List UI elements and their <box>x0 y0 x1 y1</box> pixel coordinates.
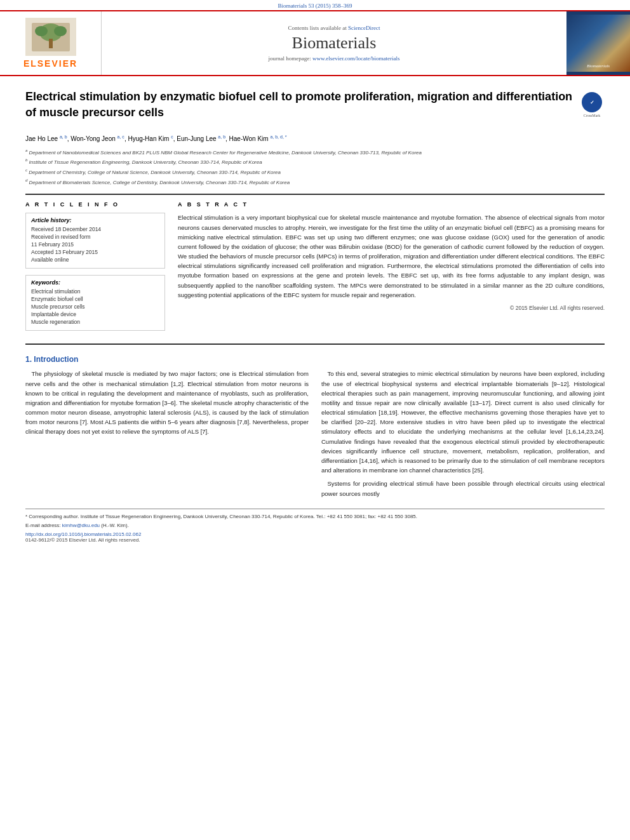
journal-ref-text: Biomaterials 53 (2015) 358–369 <box>278 3 352 9</box>
intro-right-column: To this end, several strategies to mimic… <box>321 369 605 502</box>
title-block: Electrical stimulation by enzymatic biof… <box>25 89 573 128</box>
received-revised-label: Received in revised form <box>31 234 159 240</box>
article-title: Electrical stimulation by enzymatic biof… <box>25 89 573 121</box>
keyword-2: Enzymatic biofuel cell <box>31 296 159 302</box>
journal-cover-image: Biomaterials <box>566 11 630 75</box>
svg-point-3 <box>35 26 48 36</box>
available-online: Available online <box>31 257 159 263</box>
abstract-text: Electrical stimulation is a very importa… <box>178 213 605 300</box>
abstract-column: A B S T R A C T Electrical stimulation i… <box>178 201 605 337</box>
revised-date: 11 February 2015 <box>31 241 159 248</box>
issn-line: 0142-9612/© 2015 Elsevier Ltd. All right… <box>25 537 605 543</box>
keywords-box: Keywords: Electrical stimulation Enzymat… <box>25 275 165 331</box>
introduction-section: 1. Introduction The physiology of skelet… <box>25 355 605 502</box>
elsevier-logo-section: ELSEVIER <box>0 11 102 75</box>
intro-right-paragraph-1: To this end, several strategies to mimic… <box>321 369 605 475</box>
intro-left-paragraph: The physiology of skeletal muscle is med… <box>25 369 309 436</box>
doi-link[interactable]: http://dx.doi.org/10.1016/j.biomaterials… <box>25 531 141 537</box>
article-body: Electrical stimulation by enzymatic biof… <box>0 76 630 556</box>
svg-rect-2 <box>49 39 53 48</box>
journal-header: ELSEVIER Contents lists available at Sci… <box>0 10 630 76</box>
authors-line: Jae Ho Lee a, b, Won-Yong Jeon a, c, Hyu… <box>25 135 605 142</box>
journal-name: Biomaterials <box>292 34 377 53</box>
journal-homepage-line: journal homepage: www.elsevier.com/locat… <box>269 55 400 62</box>
email-link[interactable]: kimhw@dku.edu <box>62 523 100 528</box>
keyword-1: Electrical stimulation <box>31 288 159 295</box>
journal-title-section: Contents lists available at ScienceDirec… <box>102 11 566 75</box>
article-info-abstract-section: A R T I C L E I N F O Article history: R… <box>25 201 605 337</box>
corresponding-author-footnote: * Corresponding author. Institute of Tis… <box>25 513 605 520</box>
elsevier-tree-image <box>25 18 76 56</box>
sciencedirect-link[interactable]: ScienceDirect <box>348 25 380 31</box>
crossmark-label: CrossMark <box>584 114 601 117</box>
copyright-line: © 2015 Elsevier Ltd. All rights reserved… <box>178 305 605 311</box>
email-footnote: E-mail address: kimhw@dku.edu (H.-W. Kim… <box>25 522 605 529</box>
elsevier-name: ELSEVIER <box>23 58 77 69</box>
keywords-title: Keywords: <box>31 279 159 286</box>
affiliation-b: b Institute of Tissue Regeneration Engin… <box>25 157 605 166</box>
crossmark-badge[interactable]: ✓ CrossMark <box>579 92 605 117</box>
crossmark-icon: ✓ <box>582 92 602 112</box>
affiliation-c: c Department of Chemistry, College of Na… <box>25 168 605 177</box>
cover-thumbnail: Biomaterials <box>566 15 630 72</box>
keyword-3: Muscle precursor cells <box>31 303 159 310</box>
elsevier-logo: ELSEVIER <box>23 18 77 69</box>
affiliation-d: d Department of Biomaterials Science, Co… <box>25 178 605 187</box>
svg-point-4 <box>54 26 67 36</box>
footnote-section: * Corresponding author. Institute of Tis… <box>25 509 605 543</box>
contents-available-text: Contents lists available at ScienceDirec… <box>288 25 380 31</box>
received-date: Received 18 December 2014 <box>31 226 159 232</box>
section-divider-top <box>25 194 605 195</box>
article-history-box: Article history: Received 18 December 20… <box>25 213 165 269</box>
introduction-text-columns: The physiology of skeletal muscle is med… <box>25 369 605 502</box>
homepage-link[interactable]: www.elsevier.com/locate/biomaterials <box>312 55 399 62</box>
section-divider-bottom <box>25 343 605 345</box>
keyword-5: Muscle regeneration <box>31 319 159 325</box>
intro-right-paragraph-2: Systems for providing electrical stimuli… <box>321 479 605 498</box>
accepted-date: Accepted 13 February 2015 <box>31 249 159 255</box>
affiliations-section: a Department of Nanobiomedical Sciences … <box>25 148 605 187</box>
article-info-header: A R T I C L E I N F O <box>25 201 165 208</box>
cover-label: Biomaterials <box>587 63 610 69</box>
keyword-4: Implantable device <box>31 311 159 317</box>
doi-line: http://dx.doi.org/10.1016/j.biomaterials… <box>25 531 605 537</box>
intro-left-column: The physiology of skeletal muscle is med… <box>25 369 309 502</box>
abstract-header: A B S T R A C T <box>178 201 605 208</box>
journal-reference-bar: Biomaterials 53 (2015) 358–369 <box>0 0 630 10</box>
article-history-title: Article history: <box>31 217 159 223</box>
introduction-title: 1. Introduction <box>25 355 605 364</box>
affiliation-a: a Department of Nanobiomedical Sciences … <box>25 148 605 157</box>
title-section: Electrical stimulation by enzymatic biof… <box>25 89 605 128</box>
article-info-column: A R T I C L E I N F O Article history: R… <box>25 201 165 337</box>
